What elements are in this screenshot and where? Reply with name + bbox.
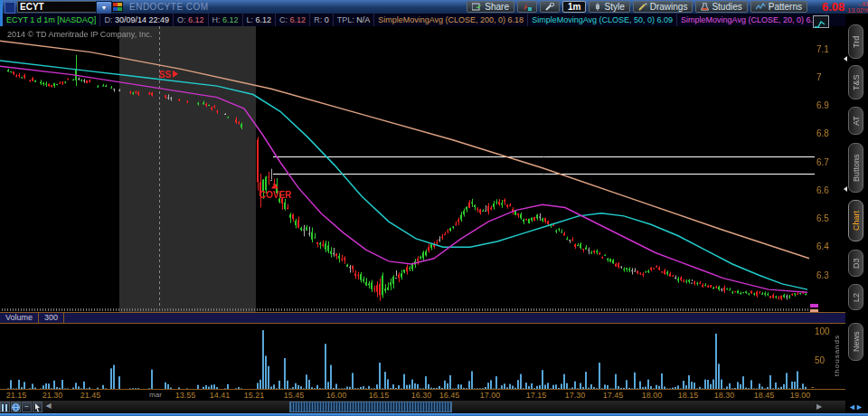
databar-segment: L: 6.12 [243,14,277,26]
time-axis-label: 16.15 [369,391,390,400]
time-axis-label: 21.30 [42,391,63,400]
studies-button[interactable]: Studies [695,1,747,13]
time-axis-label: 16.00 [326,391,347,400]
volume-pane-label[interactable]: Volume [0,313,39,323]
patterns-button[interactable]: Patterns [750,1,807,13]
gadget-tab-buttons[interactable]: Buttons [848,143,863,193]
company-name: ENDOCYTE COM [129,2,209,12]
gadget-tab-trd[interactable]: Trd [848,24,863,59]
session-date-label: mar [149,391,162,399]
gadget-tab-strip: TrdT&SATButtonsChartD3L2News [845,14,868,413]
flask-icon [701,3,709,11]
chart-data-bar: ECYT 1 d 1m [NASDAQ]D: 30/09/14 22:49O: … [0,14,848,26]
style-button[interactable]: Style [589,1,629,13]
volume-pane-header: Volume 300 [0,312,845,324]
databar-segment: H: 6.12 [209,14,243,26]
time-axis-label: 13.55 [175,391,196,400]
volume-last-value: 300 [39,313,64,323]
tab-collapse-arrow-icon[interactable] [844,56,847,61]
link-color-cube-icon[interactable] [112,2,123,12]
zoom-out-icon[interactable]: − [22,402,32,412]
symbol-input[interactable] [17,1,97,13]
pause-icon[interactable] [0,402,10,412]
expand-collapse-icon[interactable]: ◄► [848,402,863,411]
time-axis-label: 15.21 [244,391,265,400]
time-axis-label: 17.15 [526,391,547,400]
time-axis-label: 15.45 [284,391,305,400]
title-bar: ▼ ENDOCYTE COM Share [0,0,868,14]
time-axis-label: 18.00 [642,391,663,400]
time-axis-label: 16.45 [439,391,460,400]
time-axis-label: 18.30 [714,391,735,400]
price-change-percent: 13.02% [847,7,868,14]
chart-scroll-bar: − ◀ ▶ [0,401,845,413]
price-change: -.91 [847,1,868,7]
databar-segment: O: 6.12 [174,14,209,26]
volume-units-label: thousands [833,335,842,376]
price-chart-canvas[interactable] [0,26,845,390]
gadget-tab-chart[interactable]: Chart [848,200,863,241]
thinkorswim-chart-window: ▼ ENDOCYTE COM Share [0,0,868,416]
time-axis-label: 17.30 [565,391,586,400]
time-axis-label: 17.00 [480,391,501,400]
time-axis-label: 16.30 [411,391,432,400]
time-axis-label: 14.41 [210,391,231,400]
globe-icon[interactable] [11,402,21,412]
snapshot-icon [523,3,532,11]
timeframe-button[interactable]: 1m [562,1,586,13]
share-icon [472,3,482,11]
time-axis-label: 17.45 [603,391,624,400]
gadget-tab-ts[interactable]: T&S [848,65,863,99]
time-axis-label: 21.45 [80,391,101,400]
time-axis: 21.1521.3021.45mar13.5514.4115.2115.4516… [0,389,845,402]
tab-collapse-arrow-icon[interactable] [844,186,847,192]
wrench-icon [545,3,554,11]
last-price: 6.08 [822,0,844,14]
databar-segment[interactable]: SimpleMovingAvg (CLOSE, 50, 0) 6.09 [528,14,677,26]
databar-segment[interactable]: ECYT 1 d 1m [NASDAQ] [3,14,100,26]
time-axis-label: 18.45 [754,391,775,400]
time-axis-label: 21.15 [6,391,27,400]
copyright-text: 2014 © TD Ameritrade IP Company, Inc. [7,30,152,39]
time-axis-label: 19.00 [790,391,811,400]
gadget-tab-l2[interactable]: L2 [848,284,863,310]
scrollbar-thumb[interactable] [289,402,452,412]
databar-segment[interactable]: SimpleMovingAvg (CLOSE, 20, 0) 6.08 [677,14,826,26]
databar-segment: TPL: N/A [334,14,375,26]
scroll-right-button[interactable]: ▶ [816,402,822,411]
window-grip-icon[interactable] [5,2,15,14]
pencil-icon [638,3,647,11]
databar-segment: D: 30/09/14 22:49 [100,14,174,26]
symbol-dropdown-button[interactable]: ▼ [96,1,112,14]
databar-segment: C: 6.12 [276,14,310,26]
quote-block: 6.08 -.91 13.02% [822,0,868,14]
gadget-tab-at[interactable]: AT [848,107,863,135]
chart-settings-button[interactable] [540,1,560,13]
time-axis-label: 18.15 [678,391,699,400]
patterns-icon [756,3,766,11]
snapshot-button[interactable] [517,1,537,13]
style-icon [594,3,601,11]
databar-segment: R: 0 [310,14,334,26]
gadget-tab-news[interactable]: News [848,323,863,361]
cursor-icon[interactable] [33,402,42,412]
chart-toolbar: Share 1m [467,1,807,13]
gadget-tab-d3[interactable]: D3 [848,250,863,277]
share-button[interactable]: Share [467,1,514,13]
scroll-left-button[interactable]: ◀ [43,402,53,412]
drawings-button[interactable]: Drawings [633,1,693,13]
databar-segment[interactable]: SimpleMovingAvg (CLOSE, 200, 0) 6.18 [374,14,528,26]
